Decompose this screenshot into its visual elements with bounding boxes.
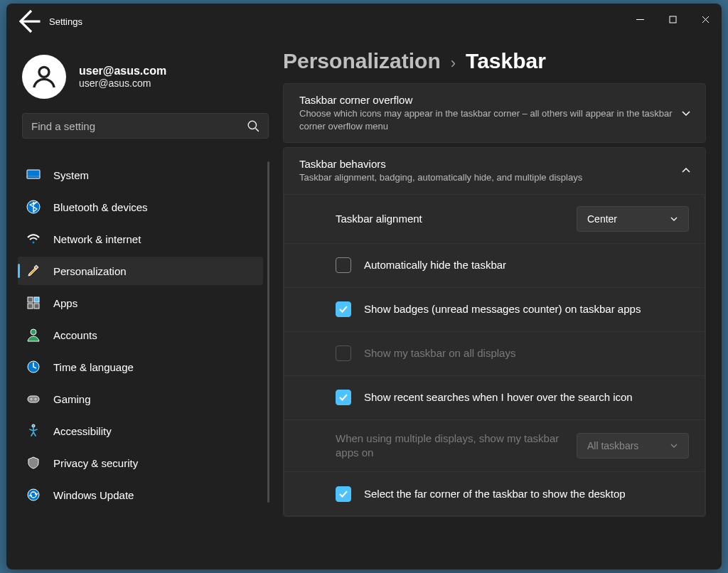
svg-point-16 [31, 329, 36, 335]
shield-icon [26, 456, 41, 470]
svg-point-5 [248, 121, 256, 129]
chevron-down-icon [670, 441, 678, 450]
nav-item-system[interactable]: System [18, 161, 263, 189]
nav-item-personalization[interactable]: Personalization [18, 257, 263, 285]
nav-item-gaming[interactable]: Gaming [18, 385, 263, 413]
far-corner-row: Select the far corner of the taskbar to … [284, 471, 705, 515]
nav-item-accessibility[interactable]: Accessibility [18, 417, 263, 445]
accessibility-icon [26, 424, 41, 438]
window-controls [623, 12, 722, 31]
nav-label: System [53, 169, 89, 181]
nav-label: Windows Update [53, 489, 134, 501]
display-icon [26, 168, 41, 182]
svg-rect-8 [27, 176, 40, 178]
nav-label: Gaming [53, 393, 91, 405]
badges-row: Show badges (unread messages counter) on… [284, 287, 705, 331]
main-content: Personalization › Taskbar Taskbar corner… [280, 39, 722, 569]
svg-point-21 [32, 424, 35, 427]
user-email: user@asus.com [79, 77, 166, 89]
nav-label: Network & internet [53, 233, 141, 245]
all-displays-checkbox [336, 346, 351, 361]
nav-label: Bluetooth & devices [53, 201, 148, 213]
setting-label: Show recent searches when I hover over t… [364, 390, 633, 405]
auto-hide-row: Automatically hide the taskbar [284, 243, 705, 287]
nav-item-time-language[interactable]: Time & language [18, 353, 263, 381]
card-subtitle: Taskbar alignment, badging, automaticall… [299, 171, 681, 184]
svg-rect-13 [34, 297, 39, 302]
settings-scroll-area[interactable]: Taskbar corner overflow Choose which ico… [283, 83, 713, 569]
nav-list: System Bluetooth & devices Network & int… [18, 157, 273, 569]
app-title: Settings [49, 16, 82, 27]
nav-label: Personalization [53, 265, 127, 277]
chevron-down-icon [670, 215, 678, 223]
nav-label: Time & language [53, 361, 134, 373]
maximize-button[interactable] [656, 8, 689, 31]
minimize-button[interactable] [623, 8, 656, 31]
breadcrumb-current: Taskbar [466, 49, 546, 73]
recent-searches-row: Show recent searches when I hover over t… [284, 375, 705, 419]
nav-item-accounts[interactable]: Accounts [18, 321, 263, 349]
search-input[interactable] [31, 120, 247, 132]
svg-rect-14 [28, 304, 33, 309]
setting-label: Taskbar alignment [336, 212, 577, 226]
setting-label: Automatically hide the taskbar [364, 258, 506, 272]
apps-icon [26, 296, 41, 310]
person-icon [26, 328, 41, 342]
taskbar-alignment-dropdown[interactable]: Center [577, 206, 689, 232]
close-button[interactable] [689, 8, 722, 31]
clock-globe-icon [26, 360, 41, 374]
svg-point-4 [39, 67, 49, 77]
nav-label: Apps [53, 297, 77, 309]
chevron-right-icon: › [451, 54, 456, 73]
breadcrumb: Personalization › Taskbar [283, 49, 713, 73]
card-title: Taskbar behaviors [299, 158, 681, 170]
search-box[interactable] [22, 113, 269, 139]
settings-window: Settings user@asus.com user@asus.com [6, 4, 722, 569]
taskbar-alignment-row: Taskbar alignment Center [284, 195, 705, 243]
multi-display-apps-row: When using multiple displays, show my ta… [284, 419, 705, 472]
svg-rect-15 [34, 304, 39, 309]
nav-item-network[interactable]: Network & internet [18, 225, 263, 253]
svg-line-6 [255, 128, 259, 132]
badges-checkbox[interactable] [336, 301, 351, 317]
nav-item-apps[interactable]: Apps [18, 289, 263, 317]
update-icon [26, 488, 41, 502]
far-corner-checkbox[interactable] [336, 486, 351, 502]
gamepad-icon [26, 392, 41, 406]
recent-searches-checkbox[interactable] [336, 390, 351, 405]
dropdown-value: Center [587, 213, 617, 225]
dropdown-value: All taskbars [587, 440, 638, 451]
nav-label: Privacy & security [53, 457, 138, 469]
chevron-down-icon [681, 108, 691, 118]
nav-item-windows-update[interactable]: Windows Update [18, 481, 263, 509]
svg-point-19 [31, 399, 32, 400]
breadcrumb-parent[interactable]: Personalization [283, 49, 441, 73]
svg-rect-12 [28, 297, 33, 302]
nav-item-privacy[interactable]: Privacy & security [18, 449, 263, 477]
card-title: Taskbar corner overflow [299, 94, 681, 106]
nav-label: Accessibility [53, 425, 112, 437]
auto-hide-checkbox[interactable] [336, 257, 351, 273]
paintbrush-icon [26, 264, 41, 278]
sidebar: user@asus.com user@asus.com System Bluet… [6, 39, 280, 569]
taskbar-corner-overflow-card[interactable]: Taskbar corner overflow Choose which ico… [283, 83, 706, 143]
svg-point-20 [35, 399, 36, 400]
svg-point-10 [33, 242, 35, 244]
user-name: user@asus.com [79, 65, 166, 77]
titlebar: Settings [6, 4, 722, 39]
avatar [22, 55, 66, 99]
nav-item-bluetooth[interactable]: Bluetooth & devices [18, 193, 263, 221]
user-account-row[interactable]: user@asus.com user@asus.com [22, 55, 273, 99]
multi-display-apps-dropdown: All taskbars [577, 433, 689, 459]
svg-rect-1 [670, 16, 676, 23]
svg-point-22 [28, 489, 39, 500]
setting-label: When using multiple displays, show my ta… [336, 432, 577, 461]
bluetooth-icon [26, 200, 41, 214]
wifi-icon [26, 232, 41, 246]
search-icon [247, 119, 259, 132]
nav-scrollbar[interactable] [267, 161, 269, 503]
taskbar-behaviors-card[interactable]: Taskbar behaviors Taskbar alignment, bad… [283, 147, 706, 517]
back-button[interactable] [14, 7, 42, 36]
setting-label: Show badges (unread messages counter) on… [364, 302, 641, 316]
all-displays-row: Show my taskbar on all displays [284, 331, 705, 375]
